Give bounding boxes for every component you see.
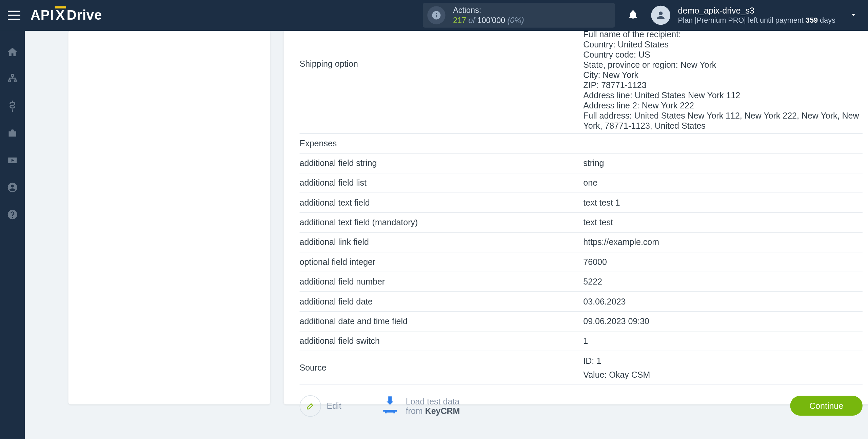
left-panel	[68, 30, 270, 404]
continue-button[interactable]: Continue	[790, 396, 862, 416]
source-line: ID: 1	[583, 354, 862, 368]
row-value: 5222	[583, 274, 862, 289]
plan-line: Plan |Premium PRO| left until payment 35…	[678, 15, 835, 25]
row-key: additional text field	[300, 195, 584, 210]
actions-of: of	[469, 16, 475, 25]
table-row: additional field date03.06.2023	[300, 292, 863, 312]
info-icon	[427, 6, 445, 24]
notifications-icon[interactable]	[627, 9, 638, 22]
logo-api: API	[31, 7, 54, 23]
sitemap-icon[interactable]	[7, 74, 18, 85]
actions-summary[interactable]: Actions: 217 of 100'000 (0%)	[422, 3, 615, 27]
download-icon	[380, 395, 400, 417]
youtube-icon[interactable]	[7, 155, 18, 166]
load-from: from	[406, 406, 425, 415]
chevron-down-icon[interactable]	[849, 10, 858, 21]
row-value: 76000	[583, 255, 862, 269]
row-key: additional field list	[300, 175, 584, 190]
row-source: Source ID: 1Value: Okay CSM	[300, 351, 863, 384]
source-line: Value: Okay CSM	[583, 368, 862, 382]
row-value: text test 1	[583, 195, 862, 210]
shipping-line: Country code: US	[583, 50, 862, 60]
shipping-line: Full address: United States New York 112…	[583, 111, 862, 131]
panel-actions: Edit Load test data from KeyCRM Continue	[300, 384, 863, 417]
load-test-data-button[interactable]: Load test data from KeyCRM	[380, 395, 460, 417]
table-row: additional text fieldtext test 1	[300, 193, 863, 213]
row-value: https://example.com	[583, 235, 862, 249]
brand-logo[interactable]: APIXDrive	[31, 7, 102, 23]
logo-x-icon: X	[56, 7, 65, 23]
row-key: additional field number	[300, 274, 584, 289]
row-value: 03.06.2023	[583, 294, 862, 309]
load-line1: Load test data	[406, 396, 460, 405]
row-key: additional field string	[300, 156, 584, 170]
table-row: additional field stringstring	[300, 153, 863, 173]
app-header: APIXDrive Actions: 217 of 100'000 (0%) d…	[0, 0, 868, 30]
row-value: 09.06.2023 09:30	[583, 314, 862, 329]
details-panel: Shipping option Recipient's phone number…	[284, 30, 868, 404]
home-icon[interactable]	[7, 46, 18, 58]
help-icon[interactable]	[7, 209, 18, 220]
shipping-line: Country: United States	[583, 40, 862, 50]
user-avatar[interactable]	[651, 6, 670, 25]
table-row: Expenses	[300, 134, 863, 153]
row-value: text test	[583, 215, 862, 230]
row-value: string	[583, 156, 862, 170]
shipping-line: ZIP: 78771-1123	[583, 80, 862, 90]
side-nav	[0, 30, 25, 439]
actions-label: Actions:	[453, 5, 524, 15]
edit-label: Edit	[327, 401, 341, 411]
dollar-icon[interactable]	[7, 101, 18, 112]
user-menu[interactable]: demo_apix-drive_s3 Plan |Premium PRO| le…	[678, 6, 835, 25]
edit-button[interactable]: Edit	[300, 395, 341, 416]
row-key: Expenses	[300, 136, 584, 151]
row-key: additional field switch	[300, 334, 584, 348]
row-key: additional text field (mandatory)	[300, 215, 584, 230]
row-key: additional date and time field	[300, 314, 584, 329]
shipping-line: Address line: United States New York 112	[583, 90, 862, 101]
source-label: Source	[300, 360, 584, 375]
table-row: additional field listone	[300, 173, 863, 193]
row-shipping: Shipping option Recipient's phone number…	[300, 30, 863, 134]
shipping-line: Address line 2: New York 222	[583, 101, 862, 111]
table-row: additional link fieldhttps://example.com	[300, 233, 863, 252]
table-row: optional field integer76000	[300, 252, 863, 272]
logo-drive: Drive	[67, 7, 102, 23]
table-row: additional date and time field09.06.2023…	[300, 312, 863, 331]
row-value: one	[583, 175, 862, 190]
user-circle-icon[interactable]	[7, 182, 18, 193]
table-row: additional text field (mandatory)text te…	[300, 213, 863, 232]
pencil-icon	[300, 395, 321, 416]
actions-count: 217	[453, 16, 466, 25]
briefcase-icon[interactable]	[7, 128, 18, 139]
actions-total: 100'000	[477, 16, 505, 25]
shipping-line: State, province or region: New York	[583, 60, 862, 70]
row-key: additional link field	[300, 235, 584, 249]
shipping-line: Full name of the recipient:	[583, 30, 862, 40]
table-row: additional field number5222	[300, 272, 863, 292]
row-value: 1	[583, 334, 862, 348]
page-body: Shipping option Recipient's phone number…	[25, 30, 868, 439]
shipping-label: Shipping option	[300, 30, 584, 71]
user-name: demo_apix-drive_s3	[678, 6, 835, 15]
shipping-line: City: New York	[583, 70, 862, 80]
table-row: additional field switch1	[300, 332, 863, 351]
load-source: KeyCRM	[425, 406, 460, 415]
actions-pct: (0%)	[507, 16, 524, 25]
row-key: additional field date	[300, 294, 584, 309]
row-key: optional field integer	[300, 255, 584, 269]
menu-toggle[interactable]	[8, 8, 20, 22]
